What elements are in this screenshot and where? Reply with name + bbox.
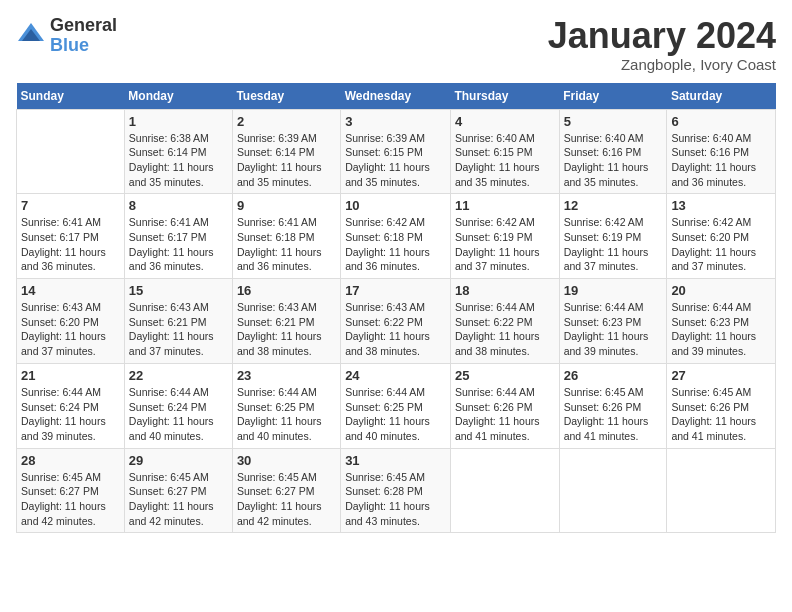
- header-day-tuesday: Tuesday: [232, 83, 340, 110]
- cell-daylight: Daylight: 11 hours and 40 minutes.: [237, 415, 322, 442]
- cell-sunrise: Sunrise: 6:42 AM: [671, 216, 751, 228]
- cell-sunset: Sunset: 6:16 PM: [564, 146, 642, 158]
- calendar-week-4: 21Sunrise: 6:44 AMSunset: 6:24 PMDayligh…: [17, 363, 776, 448]
- day-number: 22: [129, 368, 228, 383]
- cell-sunset: Sunset: 6:19 PM: [564, 231, 642, 243]
- cell-daylight: Daylight: 11 hours and 36 minutes.: [21, 246, 106, 273]
- cell-daylight: Daylight: 11 hours and 36 minutes.: [671, 161, 756, 188]
- cell-sunrise: Sunrise: 6:40 AM: [455, 132, 535, 144]
- cell-daylight: Daylight: 11 hours and 42 minutes.: [237, 500, 322, 527]
- cell-sunset: Sunset: 6:15 PM: [455, 146, 533, 158]
- cell-daylight: Daylight: 11 hours and 41 minutes.: [671, 415, 756, 442]
- day-number: 2: [237, 114, 336, 129]
- title-area: January 2024 Zangbople, Ivory Coast: [548, 16, 776, 73]
- cell-sunrise: Sunrise: 6:43 AM: [129, 301, 209, 313]
- cell-sunset: Sunset: 6:24 PM: [21, 401, 99, 413]
- cell-daylight: Daylight: 11 hours and 42 minutes.: [21, 500, 106, 527]
- calendar-cell: 19Sunrise: 6:44 AMSunset: 6:23 PMDayligh…: [559, 279, 667, 364]
- cell-daylight: Daylight: 11 hours and 37 minutes.: [21, 330, 106, 357]
- cell-daylight: Daylight: 11 hours and 39 minutes.: [564, 330, 649, 357]
- day-number: 18: [455, 283, 555, 298]
- location: Zangbople, Ivory Coast: [548, 56, 776, 73]
- calendar-cell: 8Sunrise: 6:41 AMSunset: 6:17 PMDaylight…: [124, 194, 232, 279]
- month-title: January 2024: [548, 16, 776, 56]
- cell-sunrise: Sunrise: 6:44 AM: [455, 301, 535, 313]
- cell-sunset: Sunset: 6:17 PM: [129, 231, 207, 243]
- calendar-cell: [17, 109, 125, 194]
- cell-sunset: Sunset: 6:23 PM: [671, 316, 749, 328]
- cell-daylight: Daylight: 11 hours and 40 minutes.: [129, 415, 214, 442]
- cell-daylight: Daylight: 11 hours and 43 minutes.: [345, 500, 430, 527]
- cell-sunset: Sunset: 6:25 PM: [345, 401, 423, 413]
- cell-sunrise: Sunrise: 6:42 AM: [455, 216, 535, 228]
- day-number: 29: [129, 453, 228, 468]
- calendar-week-2: 7Sunrise: 6:41 AMSunset: 6:17 PMDaylight…: [17, 194, 776, 279]
- calendar-cell: 26Sunrise: 6:45 AMSunset: 6:26 PMDayligh…: [559, 363, 667, 448]
- cell-sunset: Sunset: 6:26 PM: [455, 401, 533, 413]
- cell-daylight: Daylight: 11 hours and 42 minutes.: [129, 500, 214, 527]
- cell-sunset: Sunset: 6:27 PM: [237, 485, 315, 497]
- cell-sunset: Sunset: 6:26 PM: [671, 401, 749, 413]
- cell-daylight: Daylight: 11 hours and 36 minutes.: [345, 246, 430, 273]
- calendar-cell: 7Sunrise: 6:41 AMSunset: 6:17 PMDaylight…: [17, 194, 125, 279]
- cell-sunset: Sunset: 6:21 PM: [129, 316, 207, 328]
- cell-daylight: Daylight: 11 hours and 35 minutes.: [455, 161, 540, 188]
- cell-sunset: Sunset: 6:23 PM: [564, 316, 642, 328]
- day-number: 25: [455, 368, 555, 383]
- calendar-cell: 24Sunrise: 6:44 AMSunset: 6:25 PMDayligh…: [341, 363, 451, 448]
- cell-sunset: Sunset: 6:27 PM: [21, 485, 99, 497]
- calendar-cell: 15Sunrise: 6:43 AMSunset: 6:21 PMDayligh…: [124, 279, 232, 364]
- cell-sunrise: Sunrise: 6:40 AM: [671, 132, 751, 144]
- day-number: 9: [237, 198, 336, 213]
- cell-sunset: Sunset: 6:22 PM: [455, 316, 533, 328]
- cell-sunset: Sunset: 6:21 PM: [237, 316, 315, 328]
- calendar-cell: 14Sunrise: 6:43 AMSunset: 6:20 PMDayligh…: [17, 279, 125, 364]
- calendar-cell: 16Sunrise: 6:43 AMSunset: 6:21 PMDayligh…: [232, 279, 340, 364]
- calendar-cell: 18Sunrise: 6:44 AMSunset: 6:22 PMDayligh…: [450, 279, 559, 364]
- cell-daylight: Daylight: 11 hours and 35 minutes.: [564, 161, 649, 188]
- day-number: 4: [455, 114, 555, 129]
- cell-sunset: Sunset: 6:15 PM: [345, 146, 423, 158]
- cell-sunset: Sunset: 6:14 PM: [129, 146, 207, 158]
- cell-sunrise: Sunrise: 6:42 AM: [345, 216, 425, 228]
- calendar-cell: 9Sunrise: 6:41 AMSunset: 6:18 PMDaylight…: [232, 194, 340, 279]
- day-number: 16: [237, 283, 336, 298]
- calendar-cell: 28Sunrise: 6:45 AMSunset: 6:27 PMDayligh…: [17, 448, 125, 533]
- cell-sunset: Sunset: 6:24 PM: [129, 401, 207, 413]
- calendar-cell: [450, 448, 559, 533]
- logo-general: General: [50, 16, 117, 36]
- cell-sunrise: Sunrise: 6:44 AM: [237, 386, 317, 398]
- calendar-cell: 13Sunrise: 6:42 AMSunset: 6:20 PMDayligh…: [667, 194, 776, 279]
- cell-sunrise: Sunrise: 6:45 AM: [129, 471, 209, 483]
- cell-sunrise: Sunrise: 6:44 AM: [564, 301, 644, 313]
- calendar-cell: 29Sunrise: 6:45 AMSunset: 6:27 PMDayligh…: [124, 448, 232, 533]
- cell-sunset: Sunset: 6:17 PM: [21, 231, 99, 243]
- calendar-cell: 31Sunrise: 6:45 AMSunset: 6:28 PMDayligh…: [341, 448, 451, 533]
- day-number: 8: [129, 198, 228, 213]
- cell-sunrise: Sunrise: 6:45 AM: [345, 471, 425, 483]
- cell-sunrise: Sunrise: 6:45 AM: [564, 386, 644, 398]
- cell-sunrise: Sunrise: 6:45 AM: [21, 471, 101, 483]
- calendar-cell: 3Sunrise: 6:39 AMSunset: 6:15 PMDaylight…: [341, 109, 451, 194]
- cell-daylight: Daylight: 11 hours and 40 minutes.: [345, 415, 430, 442]
- day-number: 13: [671, 198, 771, 213]
- calendar-cell: 20Sunrise: 6:44 AMSunset: 6:23 PMDayligh…: [667, 279, 776, 364]
- calendar-cell: 4Sunrise: 6:40 AMSunset: 6:15 PMDaylight…: [450, 109, 559, 194]
- day-number: 23: [237, 368, 336, 383]
- day-number: 28: [21, 453, 120, 468]
- cell-sunset: Sunset: 6:26 PM: [564, 401, 642, 413]
- cell-sunrise: Sunrise: 6:43 AM: [237, 301, 317, 313]
- day-number: 17: [345, 283, 446, 298]
- cell-sunset: Sunset: 6:20 PM: [671, 231, 749, 243]
- cell-sunrise: Sunrise: 6:39 AM: [345, 132, 425, 144]
- day-number: 21: [21, 368, 120, 383]
- cell-sunrise: Sunrise: 6:44 AM: [671, 301, 751, 313]
- cell-sunset: Sunset: 6:18 PM: [345, 231, 423, 243]
- cell-sunset: Sunset: 6:16 PM: [671, 146, 749, 158]
- calendar-week-5: 28Sunrise: 6:45 AMSunset: 6:27 PMDayligh…: [17, 448, 776, 533]
- day-number: 26: [564, 368, 663, 383]
- calendar-cell: 5Sunrise: 6:40 AMSunset: 6:16 PMDaylight…: [559, 109, 667, 194]
- header-day-monday: Monday: [124, 83, 232, 110]
- logo-text: General Blue: [50, 16, 117, 56]
- calendar-cell: 23Sunrise: 6:44 AMSunset: 6:25 PMDayligh…: [232, 363, 340, 448]
